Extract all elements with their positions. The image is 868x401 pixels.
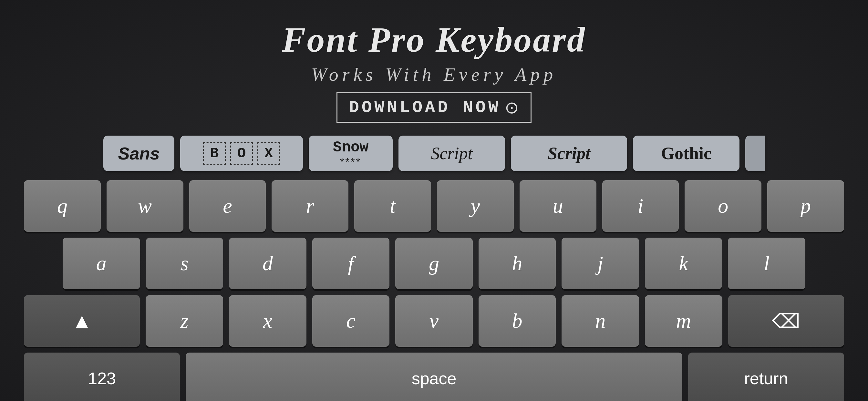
return-key[interactable]: return — [688, 352, 844, 401]
key-e[interactable]: e — [189, 180, 266, 232]
key-c[interactable]: c — [312, 295, 390, 347]
font-button-snow[interactable]: Snow **** — [309, 135, 393, 171]
space-key[interactable]: space — [186, 352, 682, 401]
key-g[interactable]: g — [395, 238, 473, 289]
font-selector-row: Sans B O X Snow **** Script Script Gothi… — [0, 135, 868, 171]
key-y[interactable]: y — [437, 180, 514, 232]
font-button-box[interactable]: B O X — [180, 135, 303, 171]
header-section: Font Pro Keyboard Works With Every App D… — [282, 19, 586, 123]
download-icon: ⊙ — [505, 98, 519, 117]
shift-key[interactable]: ▲ — [24, 295, 140, 347]
keyboard-row-2: a s d f g h j k l — [24, 238, 844, 289]
font-button-script2[interactable]: Script — [511, 135, 627, 171]
download-label: DOWNLOAD NOW — [349, 98, 501, 117]
key-k[interactable]: k — [645, 238, 722, 289]
box-letter-x: X — [257, 142, 280, 165]
keyboard-row-1: q w e r t y u i o p — [24, 180, 844, 232]
key-s[interactable]: s — [146, 238, 223, 289]
font-button-partial — [745, 135, 765, 171]
key-a[interactable]: a — [63, 238, 140, 289]
app-subtitle: Works With Every App — [311, 64, 557, 85]
key-v[interactable]: v — [395, 295, 473, 347]
gothic-label: Gothic — [661, 143, 711, 163]
keyboard: q w e r t y u i o p a s d f g h j k l ▲ … — [18, 180, 850, 401]
key-m[interactable]: m — [645, 295, 722, 347]
key-q[interactable]: q — [24, 180, 101, 232]
app-title: Font Pro Keyboard — [282, 19, 586, 60]
font-button-sans[interactable]: Sans — [103, 135, 175, 171]
download-button[interactable]: DOWNLOAD NOW ⊙ — [337, 92, 531, 123]
keyboard-row-3: ▲ z x c v b n m ⌫ — [24, 295, 844, 347]
key-x[interactable]: x — [229, 295, 306, 347]
key-z[interactable]: z — [146, 295, 223, 347]
key-u[interactable]: u — [520, 180, 596, 232]
key-d[interactable]: d — [229, 238, 306, 289]
backspace-key[interactable]: ⌫ — [728, 295, 844, 347]
font-button-gothic[interactable]: Gothic — [633, 135, 740, 171]
key-l[interactable]: l — [728, 238, 805, 289]
key-b[interactable]: b — [478, 295, 556, 347]
key-r[interactable]: r — [272, 180, 348, 232]
key-f[interactable]: f — [312, 238, 390, 289]
key-j[interactable]: j — [562, 238, 639, 289]
box-letter-o: O — [230, 142, 253, 165]
snow-dots: **** — [340, 156, 361, 168]
key-p[interactable]: p — [767, 180, 844, 232]
key-o[interactable]: o — [685, 180, 762, 232]
key-h[interactable]: h — [478, 238, 556, 289]
key-t[interactable]: t — [354, 180, 431, 232]
keyboard-row-bottom: 123 space return — [24, 352, 844, 401]
box-letter-b: B — [203, 142, 226, 165]
key-w[interactable]: w — [106, 180, 183, 232]
numbers-key[interactable]: 123 — [24, 352, 180, 401]
font-button-script1[interactable]: Script — [399, 135, 505, 171]
key-n[interactable]: n — [562, 295, 639, 347]
snow-label: Snow — [333, 139, 368, 156]
key-i[interactable]: i — [602, 180, 679, 232]
